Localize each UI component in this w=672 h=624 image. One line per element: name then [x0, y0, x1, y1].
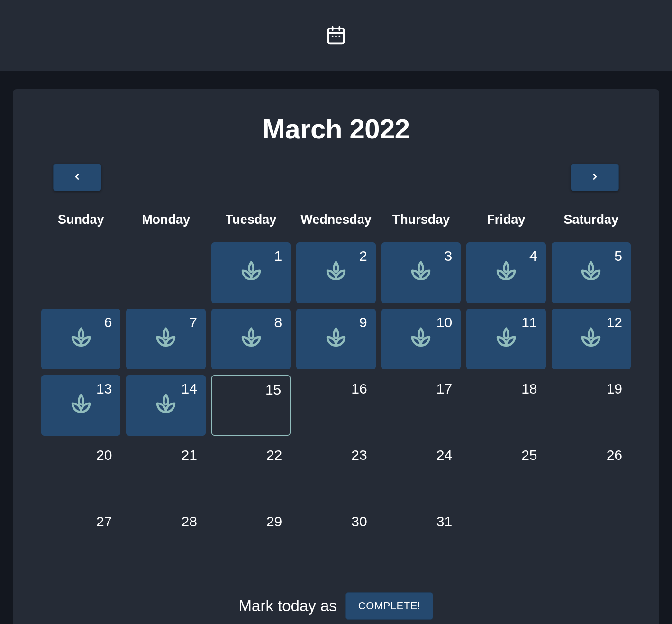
- calendar-card: March 2022 SundayMondayTuesdayWednesdayT…: [13, 89, 659, 624]
- footer-row: Mark today as COMPLETE!: [41, 592, 631, 620]
- day-number: 11: [521, 314, 537, 330]
- day-number: 30: [351, 514, 367, 530]
- spa-icon: [408, 325, 434, 353]
- month-title: March 2022: [41, 113, 631, 145]
- day-cell[interactable]: 22: [211, 441, 291, 502]
- spa-icon: [578, 259, 604, 286]
- spa-icon: [68, 325, 94, 353]
- day-number: 10: [436, 314, 452, 330]
- day-cell[interactable]: 17: [381, 375, 461, 436]
- day-cell[interactable]: 6: [41, 309, 120, 369]
- day-cell[interactable]: 1: [211, 242, 291, 303]
- spa-icon: [323, 259, 349, 286]
- day-cell[interactable]: 3: [381, 242, 461, 303]
- day-cell[interactable]: 7: [126, 309, 205, 369]
- spa-icon: [493, 325, 519, 353]
- day-cell[interactable]: 9: [296, 309, 375, 369]
- day-number: 28: [181, 514, 197, 530]
- day-header: Saturday: [552, 212, 631, 237]
- spa-icon: [153, 392, 179, 419]
- day-number: 20: [96, 447, 112, 463]
- spa-icon: [238, 325, 264, 353]
- day-number: 6: [104, 314, 112, 330]
- day-cell[interactable]: 5: [552, 242, 631, 303]
- day-number: 7: [189, 314, 197, 330]
- day-cell-empty: [466, 508, 545, 569]
- day-cell[interactable]: 19: [552, 375, 631, 436]
- day-cell[interactable]: 18: [466, 375, 545, 436]
- day-cell[interactable]: 29: [211, 508, 291, 569]
- day-number: 17: [436, 381, 452, 397]
- mark-today-label: Mark today as: [239, 597, 337, 615]
- day-number: 4: [529, 248, 537, 264]
- chevron-left-icon: [72, 172, 82, 184]
- day-cell-empty: [126, 242, 205, 303]
- day-cell[interactable]: 31: [381, 508, 461, 569]
- day-number: 12: [607, 314, 622, 330]
- day-number: 26: [607, 447, 622, 463]
- day-number: 9: [359, 314, 367, 330]
- day-cell[interactable]: 13: [41, 375, 120, 436]
- day-cell[interactable]: 15: [211, 375, 291, 436]
- day-cell[interactable]: 23: [296, 441, 375, 502]
- day-number: 13: [96, 381, 112, 397]
- top-bar: [0, 0, 672, 71]
- next-month-button[interactable]: [571, 164, 619, 191]
- day-number: 21: [181, 447, 197, 463]
- day-number: 3: [444, 248, 452, 264]
- day-header: Tuesday: [211, 212, 291, 237]
- day-cell[interactable]: 14: [126, 375, 205, 436]
- day-cell[interactable]: 27: [41, 508, 120, 569]
- day-cell[interactable]: 26: [552, 441, 631, 502]
- day-number: 22: [266, 447, 282, 463]
- day-header: Friday: [466, 212, 545, 237]
- day-cell[interactable]: 2: [296, 242, 375, 303]
- spa-icon: [68, 392, 94, 419]
- day-cell[interactable]: 12: [552, 309, 631, 369]
- day-number: 31: [436, 514, 452, 530]
- complete-button[interactable]: COMPLETE!: [345, 592, 434, 620]
- spa-icon: [408, 259, 434, 286]
- spa-icon: [578, 325, 604, 353]
- main-content: March 2022 SundayMondayTuesdayWednesdayT…: [0, 71, 672, 624]
- day-number: 25: [521, 447, 537, 463]
- day-number: 23: [351, 447, 367, 463]
- day-number: 15: [265, 382, 281, 398]
- day-number: 2: [359, 248, 367, 264]
- day-cell-empty: [552, 508, 631, 569]
- day-header: Wednesday: [296, 212, 375, 237]
- day-number: 5: [614, 248, 622, 264]
- day-number: 8: [274, 314, 282, 330]
- day-header: Sunday: [41, 212, 120, 237]
- day-cell[interactable]: 16: [296, 375, 375, 436]
- day-cell[interactable]: 28: [126, 508, 205, 569]
- spa-icon: [493, 259, 519, 286]
- day-number: 14: [181, 381, 197, 397]
- day-cell[interactable]: 20: [41, 441, 120, 502]
- day-cell[interactable]: 24: [381, 441, 461, 502]
- prev-month-button[interactable]: [53, 164, 101, 191]
- day-number: 27: [96, 514, 112, 530]
- day-cell[interactable]: 10: [381, 309, 461, 369]
- spa-icon: [323, 325, 349, 353]
- day-cell[interactable]: 30: [296, 508, 375, 569]
- day-number: 18: [521, 381, 537, 397]
- chevron-right-icon: [590, 172, 600, 184]
- day-cell[interactable]: 8: [211, 309, 291, 369]
- month-nav: [41, 164, 631, 191]
- day-header: Thursday: [381, 212, 461, 237]
- day-cell[interactable]: 4: [466, 242, 545, 303]
- spa-icon: [238, 259, 264, 286]
- day-cell[interactable]: 25: [466, 441, 545, 502]
- day-number: 1: [274, 248, 282, 264]
- day-number: 16: [351, 381, 367, 397]
- svg-point-3: [339, 36, 341, 37]
- day-cell-empty: [41, 242, 120, 303]
- svg-point-2: [335, 36, 337, 37]
- spa-icon: [153, 325, 179, 353]
- calendar-grid: SundayMondayTuesdayWednesdayThursdayFrid…: [41, 212, 631, 569]
- svg-point-1: [332, 36, 334, 37]
- day-cell[interactable]: 21: [126, 441, 205, 502]
- day-cell[interactable]: 11: [466, 309, 545, 369]
- day-number: 19: [607, 381, 622, 397]
